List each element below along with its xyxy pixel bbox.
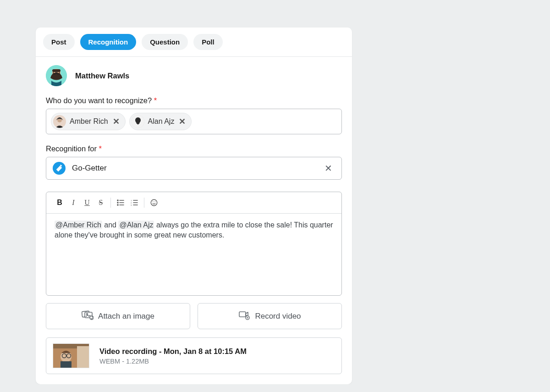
form-content: Matthew Rawls Who do you want to recogni…	[36, 57, 352, 384]
who-label: Who do you want to recognize? *	[46, 96, 342, 105]
svg-point-8	[117, 200, 118, 201]
required-marker: *	[154, 96, 157, 105]
recognizee-chip: Amber Rich ✕	[51, 113, 126, 130]
record-video-button[interactable]: Record video	[198, 303, 342, 329]
avatar	[132, 115, 144, 128]
svg-rect-4	[52, 69, 60, 72]
editor-text: and	[102, 221, 119, 229]
editor-body[interactable]: @Amber Rich and @Alan Ajz always go the …	[46, 214, 341, 295]
author-row: Matthew Rawls	[46, 65, 342, 86]
for-label: Recognition for *	[46, 144, 342, 153]
required-marker: *	[99, 144, 102, 153]
author-name: Matthew Rawls	[75, 72, 129, 80]
attach-image-label: Attach an image	[98, 312, 154, 321]
media-info: Video recording - Mon, Jan 8 at 10:15 AM…	[99, 347, 247, 365]
toolbar-separator	[110, 198, 111, 208]
avatar	[53, 115, 66, 128]
numbered-list-button[interactable]: 123	[127, 196, 141, 210]
italic-button[interactable]: I	[66, 196, 80, 210]
editor-toolbar: B I U S 123	[46, 192, 341, 214]
emoji-button[interactable]	[147, 196, 161, 210]
mention[interactable]: @Amber Rich	[55, 221, 102, 229]
video-record-icon	[238, 310, 250, 322]
remove-chip-icon[interactable]: ✕	[112, 117, 121, 126]
compose-card: Post Recognition Question Poll Matthew R…	[36, 28, 352, 384]
attach-image-button[interactable]: Attach an image	[46, 303, 190, 329]
recognizee-input[interactable]: Amber Rich ✕ Alan Ajz ✕	[46, 109, 342, 134]
underline-button[interactable]: U	[80, 196, 94, 210]
record-video-label: Record video	[255, 312, 301, 321]
video-thumbnail[interactable]	[53, 343, 89, 368]
rich-text-editor: B I U S 123 @Amber Rich and @Alan Ajz al…	[46, 192, 342, 296]
bulleted-list-button[interactable]	[114, 196, 127, 210]
recognizee-chip: Alan Ajz ✕	[129, 113, 192, 130]
svg-point-21	[153, 201, 154, 202]
tab-recognition[interactable]: Recognition	[80, 34, 137, 50]
recognition-for-value: Go-Getter	[72, 164, 315, 173]
svg-point-22	[154, 201, 155, 202]
svg-text:3: 3	[131, 204, 132, 206]
author-avatar	[46, 65, 67, 86]
post-type-tabs: Post Recognition Question Poll	[36, 28, 352, 57]
svg-rect-34	[60, 361, 72, 368]
svg-rect-27	[239, 312, 246, 317]
svg-point-12	[117, 204, 118, 205]
recognition-for-select[interactable]: Go-Getter ✕	[46, 157, 342, 180]
clear-selection-icon[interactable]: ✕	[322, 162, 335, 175]
mention[interactable]: @Alan Ajz	[118, 221, 154, 229]
media-meta: WEBM - 1.22MB	[99, 358, 247, 365]
chip-label: Amber Rich	[70, 117, 108, 126]
award-badge-icon	[53, 162, 66, 175]
strikethrough-button[interactable]: S	[94, 196, 108, 210]
toolbar-separator	[144, 198, 144, 208]
svg-point-10	[117, 202, 118, 203]
tab-question[interactable]: Question	[142, 34, 188, 50]
media-title: Video recording - Mon, Jan 8 at 10:15 AM	[99, 347, 247, 356]
attachment-buttons: Attach an image Record video	[46, 303, 342, 329]
svg-point-29	[247, 317, 248, 318]
image-attachment-icon	[82, 310, 94, 322]
svg-point-20	[151, 199, 157, 206]
chip-label: Alan Ajz	[148, 117, 175, 126]
svg-rect-32	[77, 346, 89, 368]
remove-chip-icon[interactable]: ✕	[178, 117, 187, 126]
bold-button[interactable]: B	[53, 196, 66, 210]
tab-post[interactable]: Post	[43, 34, 75, 50]
attached-media-card: Video recording - Mon, Jan 8 at 10:15 AM…	[46, 337, 342, 374]
tab-poll[interactable]: Poll	[193, 34, 223, 50]
